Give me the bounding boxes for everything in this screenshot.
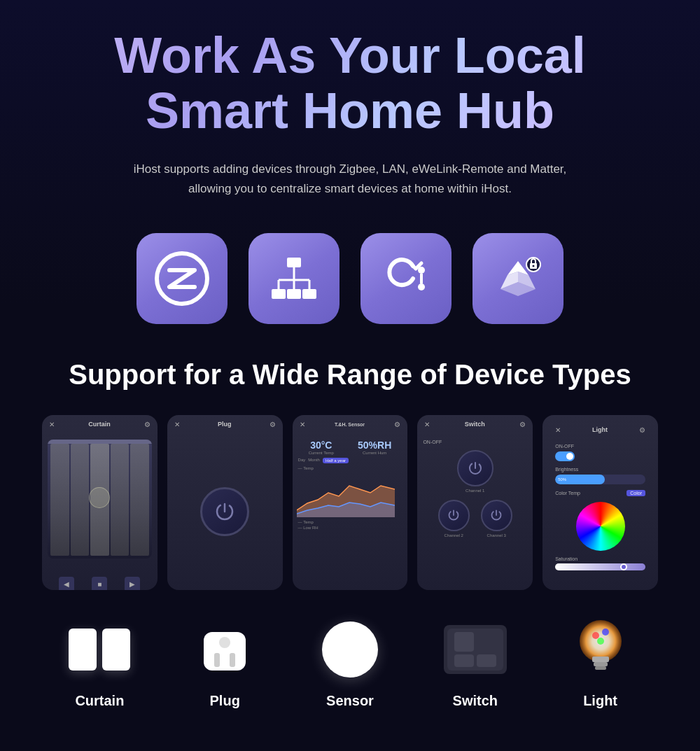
channel1-label: Channel 1 — [457, 489, 493, 493]
plug-gear-icon[interactable]: ⚙ — [270, 421, 276, 428]
sensor-card: ✕ T.&H. Sensor ⚙ 30°C Current Temp 50%RH… — [293, 415, 408, 590]
matter-icon — [490, 251, 546, 307]
svg-rect-2 — [272, 289, 286, 299]
temp-label: Current Temp — [309, 451, 334, 455]
saturation-bar[interactable] — [555, 563, 645, 570]
curtain-gear-icon[interactable]: ⚙ — [144, 421, 150, 428]
svg-point-37 — [592, 632, 599, 639]
channel2-button[interactable] — [438, 500, 470, 531]
channel1-button[interactable] — [457, 450, 493, 486]
svg-rect-3 — [287, 289, 301, 299]
hero-title: Work As Your Local Smart Home Hub — [42, 28, 658, 139]
svg-rect-4 — [302, 289, 316, 299]
temp-legend: — Temp — [298, 466, 314, 470]
device-cards-row: ✕ Curtain ⚙ — [42, 415, 658, 590]
half-year-tab[interactable]: Half a year — [323, 458, 349, 463]
switch-channels-row: Channel 2 Channel 3 — [423, 500, 527, 538]
light-svg — [569, 615, 632, 685]
day-tab[interactable]: Day — [298, 458, 306, 463]
light-gear-icon[interactable]: ⚙ — [639, 426, 645, 434]
curtain-card-header: ✕ Curtain ⚙ — [42, 415, 158, 434]
hero-subtitle: iHost supports adding devices through Zi… — [122, 160, 578, 197]
brightness-label: Brightness — [555, 467, 645, 472]
humidity-label: Current Hum — [358, 451, 391, 455]
light-on-off-label: ON-OFF — [555, 444, 645, 449]
plug-close-icon[interactable]: ✕ — [174, 421, 180, 428]
sensor-card-header: ✕ T.&H. Sensor ⚙ — [293, 415, 408, 434]
svg-rect-34 — [592, 657, 609, 662]
temp-value: 30°C — [309, 440, 334, 451]
channel3-power-icon — [490, 509, 503, 521]
month-tab[interactable]: Month — [308, 458, 320, 463]
switch-card-title: Switch — [465, 421, 485, 428]
svg-rect-25 — [214, 653, 220, 667]
switch-on-off-label: ON-OFF — [423, 440, 527, 444]
curtain-card-title: Curtain — [88, 421, 111, 428]
power-icon — [214, 501, 235, 522]
sensor-close-icon[interactable]: ✕ — [300, 421, 305, 428]
curtain-device-item: Curtain — [42, 615, 158, 709]
temp-legend-2: — Temp — [298, 520, 402, 524]
plug-device-image — [183, 615, 267, 685]
svg-point-39 — [597, 638, 604, 645]
plug-power-area — [167, 434, 283, 590]
low-legend: — Low RH — [298, 526, 402, 530]
matter-icon-wrapper — [472, 233, 564, 324]
sensor-gear-icon[interactable]: ⚙ — [394, 421, 400, 428]
switch-card: ✕ Switch ⚙ ON-OFF Channel 1 — [417, 415, 533, 590]
svg-rect-32 — [477, 654, 496, 667]
curtain-close-icon[interactable]: ✕ — [49, 421, 55, 428]
switch-channel1-area: Channel 1 — [423, 450, 527, 493]
light-close-icon[interactable]: ✕ — [555, 426, 561, 434]
plug-svg — [190, 618, 260, 681]
channel2-power-icon — [447, 509, 460, 521]
plug-power-button[interactable] — [200, 487, 249, 536]
zigbee-icon — [154, 251, 210, 307]
svg-rect-1 — [287, 258, 301, 267]
light-device-item: Light — [542, 615, 658, 709]
svg-point-27 — [219, 637, 230, 648]
sensor-device-image — [308, 615, 392, 685]
lan-icon-wrapper — [248, 233, 340, 324]
curtain-device-label: Curtain — [75, 693, 124, 709]
switch-svg — [437, 618, 514, 681]
page-wrapper: Work As Your Local Smart Home Hub iHost … — [0, 0, 700, 751]
curtain-device-image — [57, 615, 141, 685]
brightness-value: 50% — [558, 477, 566, 482]
plug-card-title: Plug — [218, 421, 232, 428]
sensor-card-title: T.&H. Sensor — [335, 422, 365, 427]
light-device-image — [559, 615, 643, 685]
color-wheel[interactable] — [576, 502, 625, 551]
svg-point-11 — [418, 283, 425, 290]
switch-device-item: Switch — [417, 615, 533, 709]
device-items-row: Curtain Plug Se — [42, 615, 658, 709]
svg-rect-30 — [454, 632, 474, 652]
protocol-icons-row — [42, 233, 658, 324]
light-card-header: ✕ Light ⚙ — [548, 421, 652, 440]
svg-rect-36 — [595, 666, 606, 670]
light-card-title: Light — [592, 426, 608, 433]
channel3-button[interactable] — [481, 500, 512, 531]
plug-card-header: ✕ Plug ⚙ — [167, 415, 283, 434]
saturation-label: Saturation — [555, 556, 645, 561]
curtain-card: ✕ Curtain ⚙ — [42, 415, 158, 590]
plug-device-item: Plug — [167, 615, 283, 709]
light-controls: ON-OFF Brightness 50% — [548, 440, 652, 575]
ewelink-icon — [378, 251, 434, 307]
channel3-label: Channel 3 — [481, 533, 512, 538]
ewelink-icon-wrapper — [360, 233, 451, 324]
color-temp-label: Color Temp — [555, 491, 580, 496]
switch-card-header: ✕ Switch ⚙ — [417, 415, 533, 434]
brightness-bar[interactable]: 50% — [555, 475, 645, 484]
sensor-chart — [293, 472, 408, 520]
switch-close-icon[interactable]: ✕ — [424, 421, 430, 428]
light-card: ✕ Light ⚙ ON-OFF Brightness 50% — [542, 415, 658, 590]
switch-gear-icon[interactable]: ⚙ — [519, 421, 526, 428]
color-tab[interactable]: Color — [626, 490, 645, 496]
light-toggle[interactable] — [555, 451, 575, 461]
svg-rect-26 — [230, 653, 235, 667]
switch-device-image — [433, 615, 517, 685]
svg-point-38 — [602, 629, 609, 636]
light-device-label: Light — [583, 693, 617, 709]
svg-rect-31 — [454, 654, 474, 667]
